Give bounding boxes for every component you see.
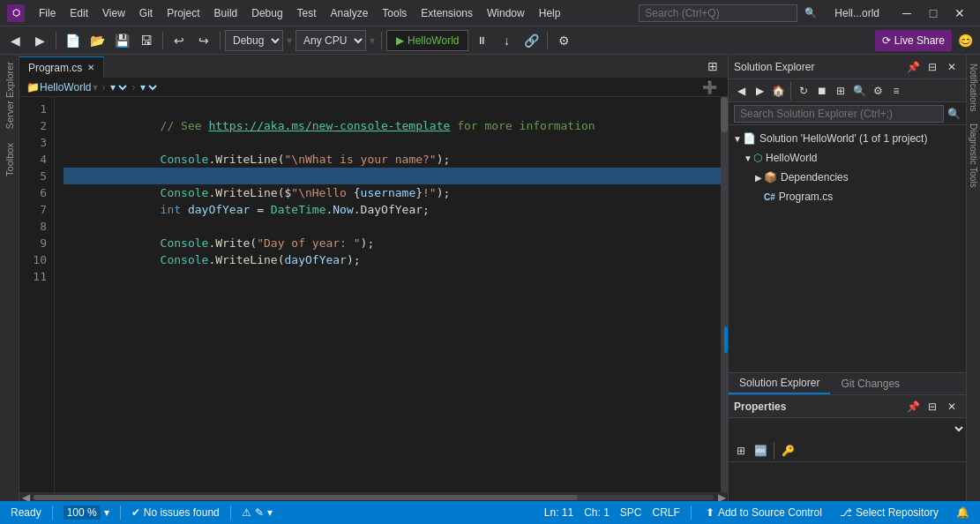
se-dock-button[interactable]: ⊟ [924, 58, 941, 76]
horizontal-scroll-bar: ◀ ▶ [19, 492, 728, 501]
issues-button[interactable]: ✔ No issues found [128, 501, 223, 524]
se-search-button[interactable]: 🔍 [850, 82, 868, 100]
cpu-dropdown[interactable]: Any CPU [295, 30, 366, 51]
zoom-button[interactable]: 100 % ▾ [60, 501, 113, 524]
search-icon: 🔍 [804, 7, 817, 19]
diagnostic-tools-tab[interactable]: Diagnostic Tools [968, 118, 979, 193]
code-line-6: int dayOfYear = DateTime.Now.DayOfYear; [64, 184, 721, 201]
menu-build[interactable]: Build [207, 4, 245, 23]
menu-extensions[interactable]: Extensions [414, 4, 480, 23]
menu-project[interactable]: Project [160, 4, 206, 23]
select-repository-button[interactable]: ⎇ Select Repository [836, 501, 942, 524]
menu-tools[interactable]: Tools [375, 4, 414, 23]
se-refresh-button[interactable]: ↻ [795, 82, 812, 100]
tree-item-helloworld[interactable]: ▼ ⬡ HelloWorld [729, 148, 966, 168]
pause-button[interactable]: ⏸ [470, 29, 493, 52]
horizontal-scrollbar-thumb[interactable] [34, 495, 578, 500]
server-explorer-tab[interactable]: Server Explorer [3, 55, 17, 136]
code-line-2 [64, 117, 721, 134]
breadcrumb-dropdown-1[interactable]: ▾ [107, 80, 130, 94]
liveshare-button[interactable]: ⟳ Live Share [875, 30, 952, 51]
code-line-8: Console.Write("Day of year: "); [64, 218, 721, 235]
tree-item-solution[interactable]: ▼ 📄 Solution 'HelloWorld' (1 of 1 projec… [729, 129, 966, 148]
attach-button[interactable]: 🔗 [520, 29, 542, 52]
add-source-control-button[interactable]: ⬆ Add to Source Control [702, 501, 826, 524]
split-editor-button[interactable]: ⊞ [701, 55, 724, 78]
feedback-button[interactable]: 😊 [954, 29, 976, 52]
vertical-scrollbar[interactable] [721, 97, 728, 492]
maximize-button[interactable]: □ [920, 0, 946, 26]
properties-title: Properties [734, 400, 786, 413]
tab-program-cs[interactable]: Program.cs ✕ [19, 56, 104, 78]
run-button[interactable]: ▶ HelloWorld [386, 30, 468, 51]
open-button[interactable]: 📂 [86, 29, 108, 52]
tab-solution-explorer[interactable]: Solution Explorer [729, 373, 830, 394]
forward-button[interactable]: ▶ [28, 29, 51, 52]
solution-search-input[interactable] [734, 105, 944, 123]
right-sidebar: Notifications Diagnostic Tools [966, 55, 980, 501]
new-file-button[interactable]: 📄 [61, 29, 84, 52]
se-pin-button[interactable]: 📌 [904, 58, 922, 76]
se-filter-button[interactable]: ⊞ [832, 82, 849, 100]
menu-edit[interactable]: Edit [63, 4, 95, 23]
prop-pin-button[interactable]: 📌 [904, 398, 922, 415]
status-right: Ln: 11 Ch: 1 SPC CRLF ⬆ Add to Source Co… [544, 501, 973, 524]
menu-help[interactable]: Help [532, 4, 568, 23]
se-home-button[interactable]: 🏠 [769, 82, 787, 100]
tab-close-icon[interactable]: ✕ [87, 63, 94, 72]
title-search-input[interactable] [639, 4, 797, 22]
prop-close-button[interactable]: ✕ [943, 398, 961, 415]
se-close-button[interactable]: ✕ [943, 58, 961, 76]
prop-object-dropdown[interactable] [729, 418, 966, 439]
tab-git-changes[interactable]: Git Changes [830, 373, 910, 394]
add-line-button[interactable]: ➕ [698, 76, 721, 99]
debug-config-dropdown[interactable]: Debug [225, 30, 283, 51]
error-list-button[interactable]: ⚠ ✎ ▾ [238, 501, 276, 524]
se-back-button[interactable]: ◀ [732, 82, 750, 100]
expand-icon-hw: ▼ [743, 153, 753, 163]
repo-icon: ⎇ [840, 506, 852, 519]
line-numbers: 1 2 3 4 5 6 7 8 9 10 11 [19, 97, 55, 492]
undo-button[interactable]: ↩ [168, 29, 191, 52]
scroll-left-button[interactable]: ◀ [19, 493, 32, 502]
status-ready[interactable]: Ready [7, 501, 45, 524]
menu-window[interactable]: Window [480, 4, 532, 23]
prop-header-actions: 📌 ⊟ ✕ [904, 398, 961, 415]
prop-categorized-button[interactable]: ⊞ [732, 442, 750, 460]
minimize-button[interactable]: ─ [894, 0, 920, 26]
close-button[interactable]: ✕ [946, 0, 973, 26]
se-forward-button[interactable]: ▶ [751, 82, 768, 100]
horizontal-scrollbar-track[interactable] [34, 495, 714, 500]
prop-sep [774, 442, 774, 460]
more-tools[interactable]: ⚙ [552, 29, 575, 52]
breadcrumb-dropdown-2[interactable]: ▾ [137, 80, 160, 94]
save-button[interactable]: 💾 [110, 29, 133, 52]
prop-dock-button[interactable]: ⊟ [924, 398, 941, 415]
helloworld-label: HelloWorld [766, 152, 817, 164]
menu-debug[interactable]: Debug [244, 4, 289, 23]
se-settings-button[interactable]: ⚙ [869, 82, 886, 100]
code-editor[interactable]: // See https://aka.ms/new-console-templa… [55, 97, 721, 492]
notifications-tab[interactable]: Notifications [968, 58, 979, 116]
toolbar-sep-4 [381, 32, 382, 49]
tree-item-dependencies[interactable]: ▶ 📦 Dependencies [729, 168, 966, 187]
notifications-button[interactable]: 🔔 [953, 501, 973, 524]
prop-pages-button[interactable]: 🔑 [779, 442, 797, 460]
se-stop-button[interactable]: ⏹ [813, 82, 831, 100]
menu-git[interactable]: Git [132, 4, 160, 23]
toolbox-tab[interactable]: Toolbox [3, 136, 17, 183]
back-button[interactable]: ◀ [4, 29, 26, 52]
code-line-9: Console.WriteLine(dayOfYear); [64, 235, 721, 251]
redo-button[interactable]: ↪ [192, 29, 215, 52]
se-properties-button[interactable]: ≡ [887, 82, 905, 100]
step-button[interactable]: ↓ [495, 29, 518, 52]
save-all-button[interactable]: 🖫 [135, 29, 158, 52]
menu-test[interactable]: Test [290, 4, 324, 23]
scroll-right-button[interactable]: ▶ [715, 493, 728, 502]
menu-view[interactable]: View [95, 4, 132, 23]
menu-file[interactable]: File [32, 4, 63, 23]
menu-analyze[interactable]: Analyze [324, 4, 376, 23]
tree-item-programcs[interactable]: C# Program.cs [729, 187, 966, 206]
editor-body: 1 2 3 4 5 6 7 8 9 10 11 // See https://a… [19, 97, 728, 492]
prop-alphabetical-button[interactable]: 🔤 [752, 442, 769, 460]
